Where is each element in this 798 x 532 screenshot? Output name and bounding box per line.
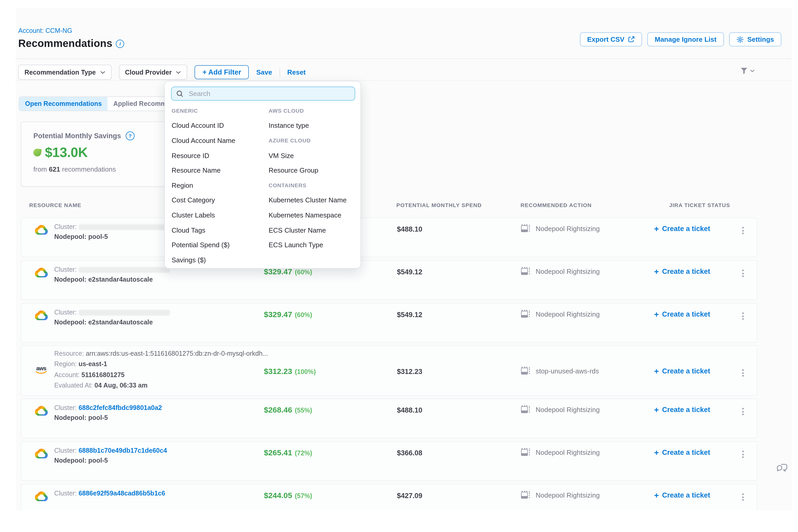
filter-option-cost-category[interactable]: Cost Category [172, 193, 269, 208]
recommended-action-cell: Nodepool Rightsizing [521, 224, 600, 233]
export-csv-button[interactable]: Export CSV [580, 32, 642, 46]
account-breadcrumb[interactable]: Account: CCM-NG [18, 27, 72, 34]
filter-option-region[interactable]: Region [172, 178, 269, 193]
kebab-menu-icon[interactable] [741, 226, 745, 235]
kebab-menu-icon[interactable] [741, 450, 745, 459]
create-ticket-link[interactable]: +Create a ticket [654, 268, 710, 276]
create-ticket-link[interactable]: +Create a ticket [654, 367, 710, 375]
kebab-menu-icon[interactable] [741, 407, 745, 416]
redacted-cluster-name [79, 224, 170, 230]
kebab-menu-icon[interactable] [741, 311, 745, 321]
table-row[interactable]: Cluster: Nodepool: e2standar4autoscale $… [21, 303, 757, 343]
rightsizing-icon [521, 224, 531, 233]
reset-filter-link[interactable]: Reset [287, 68, 306, 76]
kebab-menu-icon[interactable] [741, 368, 745, 378]
gcp-icon [34, 309, 49, 321]
filter-option-cluster-labels[interactable]: Cluster Labels [172, 208, 269, 223]
info-icon[interactable]: i [116, 39, 125, 48]
left-margin [0, 0, 16, 532]
plus-icon: + [654, 225, 659, 232]
export-csv-label: Export CSV [587, 36, 624, 43]
plus-icon: + [654, 268, 659, 275]
create-ticket-link[interactable]: +Create a ticket [654, 310, 710, 318]
spend-cell: $427.09 [397, 492, 422, 500]
resource-name-cell: Cluster: Nodepool: e2standar4autoscale [54, 308, 170, 327]
header-divider [16, 58, 792, 59]
filter-option-resource-id[interactable]: Resource ID [172, 148, 269, 163]
dropdown-search[interactable] [171, 87, 355, 101]
filter-option-cloud-account-name[interactable]: Cloud Account Name [172, 133, 269, 148]
table-row[interactable]: aws Resource: arn:aws:rds:us-east-1:5116… [21, 345, 757, 396]
table-row[interactable]: Cluster: Nodepool: pool-5 $488.10 Nodepo… [21, 217, 757, 257]
gcp-icon [34, 267, 49, 278]
create-ticket-link[interactable]: +Create a ticket [654, 449, 710, 456]
savings-card-title: Potential Monthly Savings [33, 132, 121, 140]
filter-option-savings[interactable]: Savings ($) [172, 252, 269, 267]
search-input[interactable] [188, 89, 350, 98]
rightsizing-icon [521, 491, 531, 499]
chat-bubbles-icon[interactable] [776, 461, 788, 474]
filter-option-kubernetes-cluster-name[interactable]: Kubernetes Cluster Name [269, 193, 360, 208]
filter-option-cloud-account-id[interactable]: Cloud Account ID [172, 118, 269, 133]
add-filter-button[interactable]: + Add Filter [194, 65, 249, 79]
resource-name-cell: Cluster: Nodepool: pool-5 [54, 222, 170, 242]
cluster-link[interactable]: 6888b1c70e49db17c1de60c4 [78, 447, 167, 454]
potential-monthly-savings-card: Potential Monthly Savings ? $13.0K from … [21, 121, 168, 187]
table-row[interactable]: Cluster: 6888b1c70e49db17c1de60c4 Nodepo… [21, 441, 757, 481]
filter-option-potential-spend[interactable]: Potential Spend ($) [172, 238, 269, 252]
resource-name-cell: Cluster: 6888b1c70e49db17c1de60c4 Nodepo… [54, 446, 167, 465]
recommended-action-cell: Nodepool Rightsizing [521, 405, 600, 414]
plus-icon: + [654, 492, 659, 499]
tab-open-recommendations[interactable]: Open Recommendations [19, 97, 108, 111]
search-icon [176, 90, 184, 97]
spend-cell: $488.10 [397, 225, 422, 233]
manage-ignore-list-button[interactable]: Manage Ignore List [647, 32, 724, 46]
gcp-icon [34, 448, 49, 459]
resource-name-cell: Cluster: 688c2fefc84fbdc99801a0a2 Nodepo… [54, 403, 162, 422]
chevron-down-icon [750, 69, 755, 73]
rightsizing-icon [521, 367, 531, 375]
filter-option-instance-type[interactable]: Instance type [269, 118, 360, 133]
resource-name-cell: Resource: arn:aws:rds:us-east-1:51161680… [54, 348, 268, 391]
bottom-margin [0, 511, 798, 532]
kebab-menu-icon[interactable] [741, 269, 745, 278]
table-row[interactable]: Cluster: 688c2fefc84fbdc99801a0a2 Nodepo… [21, 398, 757, 438]
plus-icon: + [654, 406, 659, 413]
chevron-down-icon [100, 71, 105, 74]
cloud-provider-label: Cloud Provider [125, 69, 172, 76]
cluster-link[interactable]: 6886e92f59a48cad86b5b1c6 [78, 490, 165, 497]
col-monthly-spend: POTENTIAL MONTHLY SPEND [396, 202, 482, 208]
page-title: Recommendations [18, 38, 112, 50]
filter-option-resource-name[interactable]: Resource Name [172, 163, 269, 178]
settings-button[interactable]: Settings [729, 32, 781, 46]
filter-option-ecs-cluster-name[interactable]: ECS Cluster Name [269, 223, 360, 238]
gcp-icon [34, 490, 49, 502]
create-ticket-link[interactable]: +Create a ticket [654, 491, 710, 499]
filter-option-kubernetes-namespace[interactable]: Kubernetes Namespace [269, 208, 360, 223]
filter-links-divider [279, 68, 280, 76]
col-resource-name: RESOURCE NAME [29, 202, 81, 208]
spend-cell: $488.10 [397, 406, 422, 414]
recommended-action-cell: stop-unused-aws-rds [521, 367, 599, 375]
plus-icon: + [654, 449, 659, 456]
aws-icon: aws [34, 363, 49, 375]
create-ticket-link[interactable]: +Create a ticket [654, 225, 710, 233]
rightsizing-icon [521, 267, 531, 276]
savings-subtitle: from 621 recommendations [33, 165, 116, 173]
help-icon[interactable]: ? [126, 131, 135, 140]
kebab-menu-icon[interactable] [741, 492, 745, 502]
filter-option-cloud-tags[interactable]: Cloud Tags [172, 223, 269, 238]
create-ticket-link[interactable]: +Create a ticket [654, 406, 710, 414]
rightsizing-icon [521, 310, 531, 318]
filter-option-ecs-launch-type[interactable]: ECS Launch Type [269, 238, 360, 252]
filter-option-vm-size[interactable]: VM Size [269, 148, 360, 163]
cloud-provider-filter[interactable]: Cloud Provider [119, 65, 187, 80]
filter-option-resource-group[interactable]: Resource Group [269, 163, 360, 178]
filter-panel-toggle[interactable] [740, 67, 755, 75]
table-row[interactable]: Cluster: Nodepool: e2standar4autoscale $… [21, 260, 757, 300]
cluster-link[interactable]: 688c2fefc84fbdc99801a0a2 [78, 404, 162, 412]
col-jira-ticket-status: JIRA TICKET STATUS [669, 202, 730, 208]
recommendation-type-filter[interactable]: Recommendation Type [18, 65, 111, 80]
save-filter-link[interactable]: Save [256, 68, 272, 76]
section-azure-cloud: AZURE CLOUD [269, 133, 360, 148]
